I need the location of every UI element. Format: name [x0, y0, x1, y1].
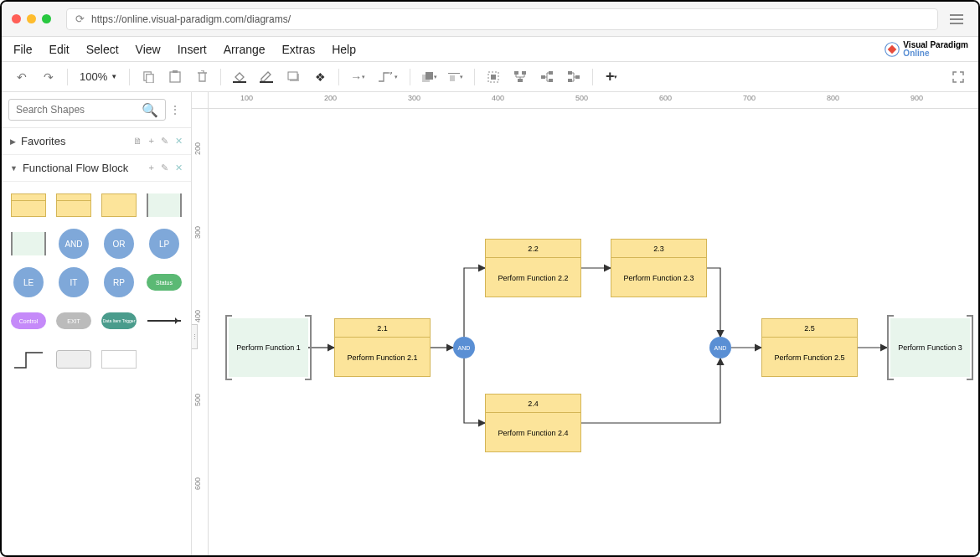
node-and-gate-2[interactable]: AND: [709, 337, 731, 358]
shape-it-gate[interactable]: IT: [54, 267, 94, 297]
sidebar-collapse-handle[interactable]: ⋮: [192, 324, 198, 349]
format-painter-button[interactable]: ❖: [308, 65, 332, 89]
caret-right-icon: ▶: [10, 137, 16, 146]
shape-function-block-3[interactable]: [99, 190, 139, 220]
svg-rect-12: [448, 73, 460, 74]
menu-bar: File Edit Select View Insert Arrange Ext…: [2, 37, 978, 62]
close-icon[interactable]: ✕: [175, 136, 183, 147]
to-front-button[interactable]: ▾: [417, 65, 441, 89]
svg-rect-4: [170, 72, 180, 82]
edit-icon[interactable]: ✎: [161, 162, 168, 173]
brand-logo-area[interactable]: Visual Paradigm Online: [885, 41, 968, 58]
window-controls: [12, 14, 51, 23]
search-icon[interactable]: 🔍: [142, 102, 158, 118]
shape-le-gate[interactable]: LE: [8, 267, 49, 297]
menu-select[interactable]: Select: [86, 43, 119, 56]
add-icon[interactable]: +: [149, 162, 154, 173]
svg-rect-19: [541, 75, 545, 79]
search-shapes-input[interactable]: 🔍: [8, 99, 166, 121]
shape-exit-pill[interactable]: EXIT: [54, 306, 94, 336]
node-function-2-5[interactable]: 2.5Perform Function 2.5: [761, 318, 858, 377]
shape-rect-white[interactable]: [99, 344, 139, 374]
menu-extras[interactable]: Extras: [282, 43, 316, 56]
shape-control-pill[interactable]: Control: [8, 306, 49, 336]
fullscreen-button[interactable]: [946, 65, 970, 89]
shapes-palette: AND OR LP LE IT RP Status Control EXIT D…: [2, 182, 191, 383]
svg-rect-3: [146, 75, 152, 83]
diagram-canvas[interactable]: Perform Function 1 2.1Perform Function 2…: [209, 109, 978, 555]
edit-icon[interactable]: ✎: [161, 136, 168, 147]
zoom-dropdown[interactable]: 100%▼: [75, 70, 122, 83]
autolayout-button[interactable]: [508, 65, 532, 89]
browser-menu-button[interactable]: [945, 10, 968, 28]
node-function-2-2[interactable]: 2.2Perform Function 2.2: [485, 239, 581, 297]
menu-file[interactable]: File: [13, 43, 33, 56]
snap-button[interactable]: [482, 65, 505, 89]
search-input-field[interactable]: [16, 104, 142, 116]
svg-rect-16: [514, 71, 518, 75]
horizontal-ruler: 100 200 300 400 500 600 700 800 900: [209, 92, 978, 109]
copy-button[interactable]: [137, 65, 160, 89]
menu-edit[interactable]: Edit: [49, 43, 70, 56]
menu-arrange[interactable]: Arrange: [224, 43, 266, 56]
shape-function-block-2[interactable]: [54, 190, 94, 220]
shape-status-pill[interactable]: Status: [144, 267, 184, 297]
ruler-corner: [192, 92, 209, 109]
paste-button[interactable]: [163, 65, 187, 89]
line-color-button[interactable]: [255, 65, 278, 89]
node-and-gate-1[interactable]: AND: [453, 337, 475, 358]
node-function-2-3[interactable]: 2.3Perform Function 2.3: [611, 239, 707, 297]
align-button[interactable]: ▾: [444, 65, 467, 89]
htree-button[interactable]: [535, 65, 559, 89]
shape-rp-gate[interactable]: RP: [99, 267, 139, 297]
shape-function-block-1[interactable]: [8, 190, 49, 220]
svg-rect-18: [518, 79, 523, 82]
maximize-window-button[interactable]: [42, 14, 51, 23]
delete-button[interactable]: [190, 65, 214, 89]
minimize-window-button[interactable]: [27, 14, 36, 23]
shadow-button[interactable]: [281, 65, 305, 89]
shape-trigger-pill[interactable]: Data Item Trigger: [99, 306, 139, 336]
reload-icon[interactable]: ⟳: [75, 13, 85, 25]
search-menu-button[interactable]: ⋮: [166, 103, 184, 116]
svg-rect-20: [549, 71, 553, 75]
main-area: 🔍 ⋮ ▶ Favorites 🗎 + ✎ ✕ ▼ Functional Flo…: [2, 92, 978, 555]
svg-rect-21: [549, 79, 553, 82]
vtree-button[interactable]: [562, 65, 585, 89]
node-perform-function-1[interactable]: Perform Function 1: [229, 318, 308, 377]
add-icon[interactable]: +: [149, 136, 154, 147]
save-icon[interactable]: 🗎: [133, 136, 142, 147]
svg-rect-9: [288, 72, 297, 80]
redo-button[interactable]: ↷: [37, 65, 60, 89]
menu-insert[interactable]: Insert: [178, 43, 207, 56]
toolbar: ↶ ↷ 100%▼ ❖ →▾ ▾ ▾ ▾ +▾: [2, 62, 978, 92]
waypoint-style-button[interactable]: ▾: [373, 65, 403, 89]
url-bar[interactable]: ⟳ https://online.visual-paradigm.com/dia…: [66, 8, 938, 30]
ffb-panel-header[interactable]: ▼ Functional Flow Block + ✎ ✕: [2, 155, 191, 182]
brand-line1: Visual Paradigm: [903, 41, 968, 49]
shape-arrow[interactable]: [144, 306, 184, 336]
caret-down-icon: ▼: [10, 164, 18, 173]
canvas-area[interactable]: ⋮ 100 200 300 400 500 600 700 800 900 20…: [192, 92, 978, 555]
shape-reference-block[interactable]: [144, 190, 184, 220]
close-icon[interactable]: ✕: [175, 162, 183, 173]
svg-rect-7: [260, 81, 273, 83]
shape-rect-gray[interactable]: [54, 344, 94, 374]
menu-view[interactable]: View: [136, 43, 161, 56]
shape-and-gate[interactable]: AND: [54, 229, 94, 259]
close-window-button[interactable]: [12, 14, 21, 23]
svg-rect-11: [426, 72, 433, 80]
node-function-2-1[interactable]: 2.1Perform Function 2.1: [334, 318, 431, 377]
connection-style-button[interactable]: →▾: [346, 65, 369, 89]
shape-step-line[interactable]: [8, 344, 49, 374]
fill-color-button[interactable]: [228, 65, 251, 89]
undo-button[interactable]: ↶: [10, 65, 34, 89]
add-button[interactable]: +▾: [600, 65, 623, 89]
shape-or-gate[interactable]: OR: [99, 229, 139, 259]
shape-reference-block-2[interactable]: [8, 229, 49, 259]
menu-help[interactable]: Help: [332, 43, 356, 56]
shape-lp-gate[interactable]: LP: [144, 229, 184, 259]
node-perform-function-3[interactable]: Perform Function 3: [890, 318, 970, 377]
favorites-panel-header[interactable]: ▶ Favorites 🗎 + ✎ ✕: [2, 128, 191, 155]
node-function-2-4[interactable]: 2.4Perform Function 2.4: [485, 394, 581, 452]
